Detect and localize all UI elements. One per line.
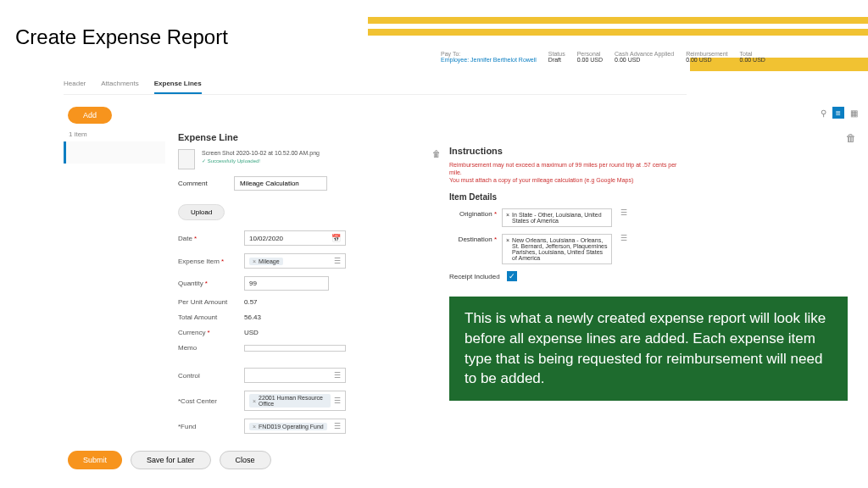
menu-icon[interactable]: ☰ xyxy=(334,396,341,405)
quantity-input[interactable]: 99 xyxy=(244,276,329,291)
currency-label: Currency* xyxy=(178,329,244,336)
expense-item-list: 1 item xyxy=(64,127,165,164)
chip-remove-icon[interactable]: × xyxy=(253,258,256,264)
memo-label: Memo xyxy=(178,344,244,352)
currency-value: USD xyxy=(244,329,259,336)
control-input[interactable]: ☰ xyxy=(244,368,346,383)
decoration-bar xyxy=(368,17,868,24)
payto-label: Pay To: xyxy=(441,51,537,57)
menu-icon[interactable]: ☰ xyxy=(620,208,627,217)
comment-label: Comment xyxy=(178,180,225,187)
filter-icon[interactable]: ⚲ xyxy=(817,107,829,119)
calendar-icon[interactable]: 📅 xyxy=(331,234,341,242)
instructions-title: Instructions xyxy=(449,146,687,156)
save-button[interactable]: Save for Later xyxy=(131,451,211,469)
reimb-label: Reimbursement xyxy=(686,51,727,57)
cash-label: Cash Advance Applied xyxy=(615,51,674,57)
status-value: Draft xyxy=(548,57,561,63)
chip-remove-icon[interactable]: × xyxy=(253,424,256,430)
submit-button[interactable]: Submit xyxy=(68,451,122,469)
comment-input[interactable] xyxy=(234,176,327,191)
warning-text: Reimbursement may not exceed a maximum o… xyxy=(449,161,687,184)
total-value: 0.00 USD xyxy=(740,57,765,63)
chip-remove-icon[interactable]: × xyxy=(506,212,509,218)
origination-label: Origination * xyxy=(449,208,497,218)
menu-icon[interactable]: ☰ xyxy=(620,234,627,242)
menu-icon[interactable]: ☰ xyxy=(334,371,341,380)
quantity-label: Quantity* xyxy=(178,280,244,287)
tab-attachments[interactable]: Attachments xyxy=(101,80,138,94)
status-label: Status xyxy=(548,51,565,57)
control-label: Control xyxy=(178,372,244,380)
expense-item-label: Expense Item* xyxy=(178,258,244,265)
item-details-title: Item Details xyxy=(449,192,687,202)
page-title: Create Expense Report xyxy=(15,25,228,49)
add-button[interactable]: Add xyxy=(68,107,112,124)
grid-view-icon[interactable]: ▦ xyxy=(848,107,860,119)
date-label: Date* xyxy=(178,235,244,242)
unit-label: Per Unit Amount xyxy=(178,298,244,306)
receipt-label: Receipt Included xyxy=(449,273,500,280)
cost-center-label: *Cost Center xyxy=(178,397,244,405)
item-count: 1 item xyxy=(64,127,165,141)
personal-label: Personal xyxy=(577,51,603,57)
destination-label: Destination * xyxy=(449,234,497,243)
total-amount-label: Total Amount xyxy=(178,313,244,321)
destination-input[interactable]: ×New Orleans, Louisiana - Orleans, St. B… xyxy=(502,234,612,264)
memo-input[interactable] xyxy=(244,345,346,352)
payto-value[interactable]: Employee: Jennifer Berthelot Rowell xyxy=(441,57,537,63)
tabs: Header Attachments Expense Lines xyxy=(64,80,687,95)
unit-value: 0.57 xyxy=(244,298,258,306)
reimb-value: 0.00 USD xyxy=(686,57,711,63)
upload-button[interactable]: Upload xyxy=(178,204,225,220)
menu-icon[interactable]: ☰ xyxy=(334,257,341,265)
total-amount-value: 56.43 xyxy=(244,313,261,321)
list-item[interactable] xyxy=(64,141,165,164)
expense-line-form: Expense Line Screen Shot 2020-10-02 at 1… xyxy=(178,132,441,441)
tab-expense-lines[interactable]: Expense Lines xyxy=(154,80,202,94)
personal-value: 0.00 USD xyxy=(577,57,603,63)
fund-label: *Fund xyxy=(178,423,244,430)
summary-bar: Pay To:Employee: Jennifer Berthelot Rowe… xyxy=(441,51,765,63)
delete-icon[interactable]: 🗑 xyxy=(846,132,856,144)
origination-input[interactable]: ×In State - Other, Louisiana, United Sta… xyxy=(502,208,612,227)
attachment-thumbnail[interactable] xyxy=(178,149,195,169)
callout-box: This is what a newly created expense rep… xyxy=(449,297,848,401)
footer-buttons: Submit Save for Later Close xyxy=(68,451,271,469)
attachment-name[interactable]: Screen Shot 2020-10-02 at 10.52.00 AM.pn… xyxy=(202,149,320,158)
menu-icon[interactable]: ☰ xyxy=(334,422,341,430)
decoration-bar xyxy=(368,29,868,36)
list-view-icon[interactable]: ≡ xyxy=(832,107,844,119)
expense-item-input[interactable]: ×Mileage☰ xyxy=(244,253,346,269)
chip-remove-icon[interactable]: × xyxy=(506,237,509,243)
cost-center-input[interactable]: ×22001 Human Resource Office☰ xyxy=(244,391,346,411)
cash-value: 0.00 USD xyxy=(615,57,640,63)
close-button[interactable]: Close xyxy=(220,451,271,469)
chip-remove-icon[interactable]: × xyxy=(253,398,256,404)
instructions-panel: Instructions Reimbursement may not excee… xyxy=(449,146,687,281)
receipt-checkbox[interactable]: ✓ xyxy=(507,271,517,281)
date-input[interactable]: 10/02/2020📅 xyxy=(244,230,346,246)
total-label: Total xyxy=(740,51,765,57)
attachment-status: ✓ Successfully Uploaded! xyxy=(202,158,320,164)
fund-input[interactable]: ×FND019 Operating Fund☰ xyxy=(244,419,346,434)
section-title: Expense Line xyxy=(178,132,441,142)
tab-header[interactable]: Header xyxy=(64,80,86,94)
